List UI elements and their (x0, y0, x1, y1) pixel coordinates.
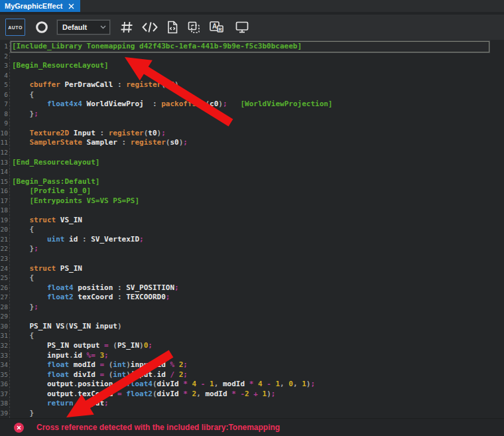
monitor-icon[interactable] (235, 20, 249, 35)
code-line[interactable]: [Include_Library Tonemapping d42f43bc-1e… (12, 42, 504, 52)
code-line[interactable]: cbuffer PerDrawCall : register(b0) (12, 80, 504, 90)
line-number: 32 (0, 341, 8, 351)
code-line[interactable]: [Begin_Pass:Default] (12, 177, 504, 187)
chevron-down-icon (100, 25, 106, 29)
code-line[interactable]: float divId = (int)input.id / 2; (12, 370, 504, 380)
tab-mygraphiceffect[interactable]: MyGraphicEffect (0, 0, 80, 12)
line-number: 4 (0, 71, 8, 81)
gutter: 1234567891011121314151617181920212223242… (0, 42, 10, 418)
error-circle-x-icon (14, 423, 24, 433)
status-bar: Cross reference detected with the includ… (0, 418, 504, 436)
code-line[interactable]: float4x4 WorldViewProj : packoffset(c0);… (12, 100, 504, 109)
line-number: 25 (0, 273, 8, 283)
code-line[interactable] (12, 167, 504, 177)
line-number: 24 (0, 264, 8, 274)
line-number: 7 (0, 100, 8, 109)
line-number: 35 (0, 370, 8, 380)
error-message: Cross reference detected with the includ… (36, 423, 280, 432)
code-line[interactable]: [Profile 10_0] (12, 186, 504, 196)
duplicate-icon[interactable] (186, 20, 201, 35)
tab-close-icon[interactable] (68, 3, 74, 9)
code-line[interactable] (12, 71, 504, 81)
line-number: 2 (0, 52, 8, 62)
translate-icon[interactable]: A R (208, 20, 224, 35)
code-line[interactable]: SamplerState Sampler : register(s0); (12, 138, 504, 148)
line-number: 5 (0, 80, 8, 90)
line-number: 36 (0, 380, 8, 390)
code-line[interactable]: struct VS_IN (12, 216, 504, 226)
line-number: 3 (0, 61, 8, 71)
code-line[interactable]: output.texCoord = float2(divId * 2, modI… (12, 390, 504, 400)
line-number: 19 (0, 216, 8, 226)
code-line[interactable] (12, 52, 504, 62)
code-line[interactable] (12, 119, 504, 129)
line-number: 29 (0, 312, 8, 322)
code-line[interactable]: output.position = float4(divId * 4 - 1, … (12, 380, 504, 390)
code-line[interactable] (12, 206, 504, 216)
shader-editor-window: MyGraphicEffect AUTO Default (0, 0, 504, 436)
code-line[interactable]: }; (12, 109, 504, 119)
svg-text:R: R (218, 27, 221, 32)
code-lines[interactable]: [Include_Library Tonemapping d42f43bc-1e… (10, 42, 504, 418)
line-number: 15 (0, 177, 8, 187)
line-number: 1 (0, 42, 8, 52)
code-line[interactable]: [Entrypoints VS=VS PS=PS] (12, 196, 504, 206)
line-number: 16 (0, 186, 8, 196)
line-number: 22 (0, 244, 8, 254)
code-line[interactable]: PS_IN VS(VS_IN input) (12, 322, 504, 332)
code-line[interactable] (12, 312, 504, 322)
line-number: 10 (0, 129, 8, 139)
code-line[interactable]: PS_IN output = (PS_IN)0; (12, 341, 504, 351)
code-line[interactable]: float4 position : SV_POSITION; (12, 283, 504, 293)
code-line[interactable] (12, 254, 504, 264)
line-number: 39 (0, 409, 8, 418)
code-line[interactable]: { (12, 273, 504, 283)
code-line[interactable]: [End_ResourceLayout] (12, 158, 504, 168)
code-editor[interactable]: 1234567891011121314151617181920212223242… (0, 40, 504, 418)
profile-dropdown-value: Default (62, 23, 87, 31)
line-number: 37 (0, 390, 8, 400)
line-number: 9 (0, 119, 8, 129)
line-number: 34 (0, 360, 8, 370)
code-line[interactable]: float modId = (int)input.id % 2; (12, 360, 504, 370)
code-line[interactable]: Texture2D Input : register(t0); (12, 129, 504, 139)
line-number: 31 (0, 331, 8, 341)
svg-text:A: A (212, 23, 217, 30)
code-line[interactable]: uint id : SV_VertexID; (12, 235, 504, 245)
line-number: 20 (0, 225, 8, 235)
line-number: 26 (0, 283, 8, 293)
tab-label: MyGraphicEffect (5, 2, 62, 10)
line-number: 14 (0, 167, 8, 177)
code-line[interactable]: { (12, 90, 504, 100)
line-number: 12 (0, 148, 8, 158)
code-line[interactable]: }; (12, 303, 504, 313)
line-number: 21 (0, 235, 8, 245)
line-number: 17 (0, 196, 8, 206)
line-number: 8 (0, 109, 8, 119)
code-line[interactable]: float2 texCoord : TEXCOORD0; (12, 293, 504, 303)
file-code-icon[interactable] (166, 20, 179, 35)
line-number: 28 (0, 303, 8, 313)
line-number: 11 (0, 138, 8, 148)
code-line[interactable]: } (12, 409, 504, 418)
code-line[interactable]: { (12, 331, 504, 341)
code-line[interactable]: struct PS_IN (12, 264, 504, 274)
code-line[interactable]: }; (12, 244, 504, 254)
line-number: 13 (0, 158, 8, 168)
line-number: 18 (0, 206, 8, 216)
code-line[interactable]: return output; (12, 399, 504, 409)
code-line[interactable] (12, 148, 504, 158)
profile-dropdown[interactable]: Default (57, 20, 110, 35)
line-number: 38 (0, 399, 8, 409)
auto-compile-button[interactable]: AUTO (5, 19, 25, 36)
code-brackets-icon[interactable] (141, 20, 158, 35)
code-line[interactable]: [Begin_ResourceLayout] (12, 61, 504, 71)
grid-icon[interactable] (119, 20, 134, 35)
line-number: 6 (0, 90, 8, 100)
code-line[interactable]: { (12, 225, 504, 235)
code-line[interactable]: input.id %= 3; (12, 351, 504, 361)
toolbar: AUTO Default (0, 15, 504, 40)
circle-icon[interactable] (34, 20, 49, 35)
tab-bar: MyGraphicEffect (0, 0, 504, 12)
line-number: 23 (0, 254, 8, 264)
